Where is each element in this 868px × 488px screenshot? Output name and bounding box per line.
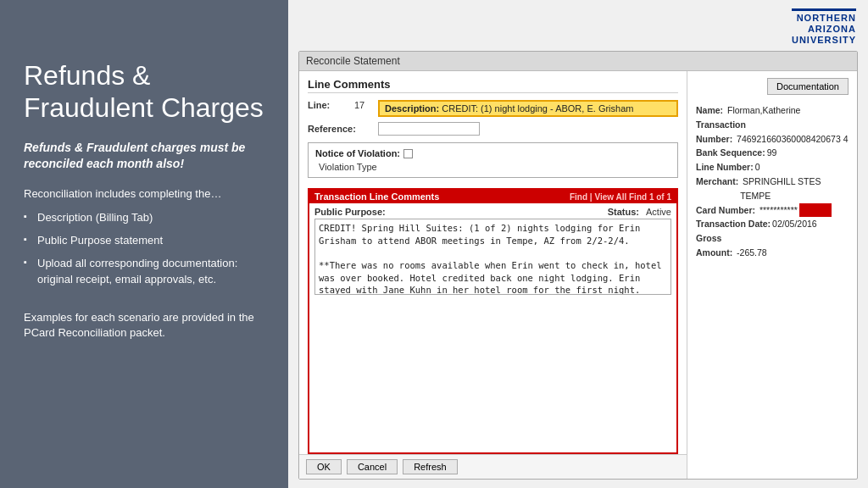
info-row-txn-date: Transaction Date: 02/05/2016	[696, 217, 849, 231]
nau-line3: UNIVERSITY	[792, 35, 856, 46]
ok-button[interactable]: OK	[306, 459, 342, 474]
dialog-right-section: Documentation Name: Florman,Katherine Tr…	[687, 71, 857, 479]
status-section: Status: Active	[608, 207, 671, 217]
list-item: Public Purpose statement	[24, 233, 264, 249]
left-panel: Refunds & Fraudulent Charges Refunds & F…	[0, 0, 288, 488]
footer-note: Examples for each scenario are provided …	[24, 310, 264, 341]
transaction-comments-section: Transaction Line Comments Find | View Al…	[308, 188, 678, 454]
line-number: 17	[354, 100, 378, 110]
status-value: Active	[646, 207, 671, 217]
notice-checkbox[interactable]	[403, 149, 413, 158]
txn-textarea[interactable]	[314, 219, 671, 295]
documentation-button[interactable]: Documentation	[767, 78, 849, 95]
info-row-card-num: Card Number: *********** xxxx	[696, 203, 849, 218]
reconcile-dialog: Reconcile Statement Line Comments Line: …	[298, 51, 858, 480]
right-panel: NORTHERN ARIZONA UNIVERSITY Reconcile St…	[288, 0, 868, 488]
line-row: Line: 17 Description: CREDIT: (1) night …	[308, 100, 678, 117]
description-field: Description: CREDIT: (1) night lodging -…	[378, 100, 678, 117]
txn-find-link[interactable]: Find | View All Find 1 of 1	[570, 192, 671, 202]
info-row-gross: Gross	[696, 231, 849, 246]
desc-value: CREDIT: (1) night lodging - ABOR, E. Gri…	[442, 103, 633, 114]
info-row-txn-number: Number: 746921660360008420673 4	[696, 132, 849, 147]
nau-logo: NORTHERN ARIZONA UNIVERSITY	[792, 8, 856, 47]
info-row-amount: Amount: -265.78	[696, 246, 849, 260]
info-row-merchant: Merchant: SPRINGHILL STES TEMPE	[696, 175, 849, 203]
notice-title: Notice of Violation:	[315, 148, 670, 158]
reference-label: Reference:	[308, 124, 378, 134]
page-title: Refunds & Fraudulent Charges	[24, 59, 264, 125]
info-row-line-num: Line Number: 0	[696, 160, 849, 175]
violation-type-label: Violation Type	[319, 162, 670, 172]
line-label: Line:	[308, 100, 354, 110]
intro-text: Reconciliation includes completing the…	[24, 186, 264, 202]
list-item: Upload all corresponding documentation: …	[24, 256, 264, 288]
dialog-body: Line Comments Line: 17 Description: CRED…	[299, 71, 857, 479]
txn-comments-body: Public Purpose: Status: Active	[309, 203, 676, 300]
list-item: Description (Billing Tab)	[24, 210, 264, 226]
bullet-list: Description (Billing Tab) Public Purpose…	[24, 210, 264, 294]
info-table: Name: Florman,Katherine Transaction Numb…	[696, 103, 849, 260]
status-label: Status:	[608, 207, 639, 217]
logo-bar	[792, 8, 856, 11]
info-row-name: Name: Florman,Katherine	[696, 103, 849, 118]
reference-input[interactable]	[378, 122, 480, 136]
dialog-footer: OK Cancel Refresh	[299, 454, 687, 479]
notice-box: Notice of Violation: Violation Type	[308, 142, 678, 178]
public-purpose-label: Public Purpose:	[314, 207, 386, 217]
nau-line2: ARIZONA	[792, 24, 856, 35]
info-row-transaction: Transaction	[696, 118, 849, 132]
card-number-redacted: xxxx	[799, 203, 832, 218]
info-row-bank-seq: Bank Sequence: 99	[696, 146, 849, 160]
subtitle: Refunds & Fraudulent charges must be rec…	[24, 140, 264, 173]
txn-header-label: Transaction Line Comments	[314, 191, 439, 202]
refresh-button[interactable]: Refresh	[403, 459, 458, 474]
dialog-title-bar: Reconcile Statement	[299, 52, 857, 71]
notice-label: Notice of Violation:	[315, 148, 400, 158]
desc-label: Description:	[385, 103, 439, 114]
txn-pub-row: Public Purpose: Status: Active	[314, 207, 671, 217]
nau-line1: NORTHERN	[792, 13, 856, 24]
section-title: Line Comments	[308, 78, 678, 93]
cancel-button[interactable]: Cancel	[347, 459, 398, 474]
reference-row: Reference:	[308, 122, 678, 136]
txn-comments-header: Transaction Line Comments Find | View Al…	[309, 190, 676, 203]
dialog-left-section: Line Comments Line: 17 Description: CRED…	[299, 71, 687, 479]
